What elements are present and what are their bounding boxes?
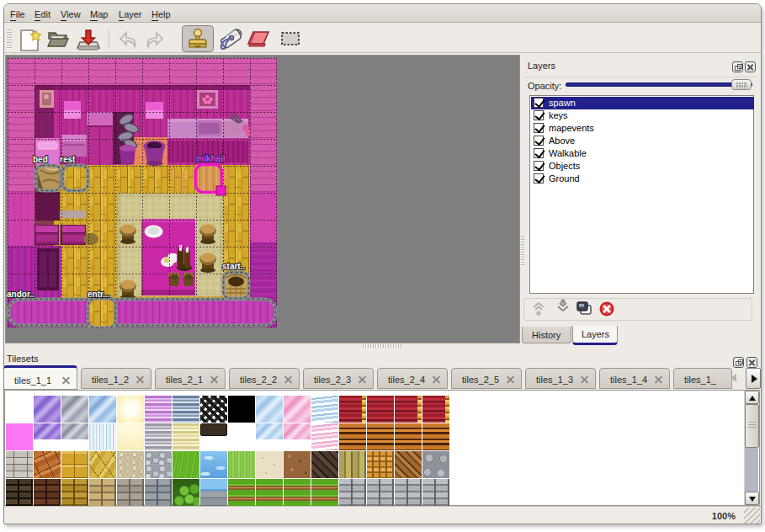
svg-text:start..: start.. (222, 262, 245, 271)
svg-text:mikhail: mikhail (196, 154, 226, 163)
svg-text:rest: rest (60, 155, 76, 164)
svg-text:andor..: andor.. (7, 290, 35, 299)
svg-text:entr...: entr... (88, 290, 110, 299)
svg-text:bed: bed (33, 155, 48, 164)
